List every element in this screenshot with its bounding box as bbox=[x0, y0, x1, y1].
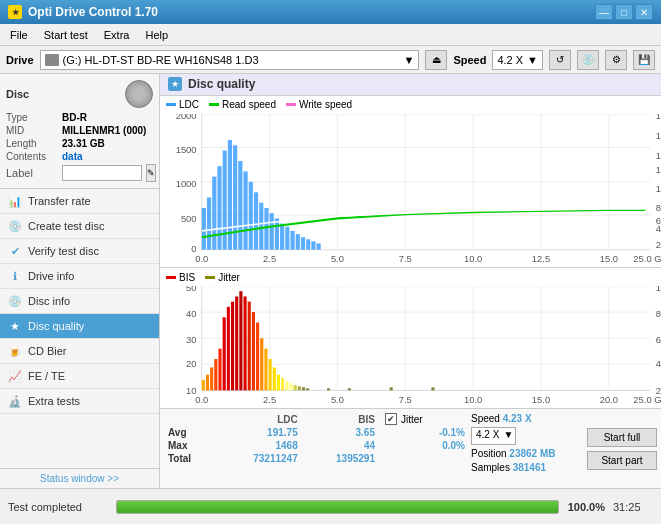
speed-label: Speed bbox=[471, 413, 500, 424]
avg-jitter: -0.1% bbox=[385, 427, 465, 438]
sidebar-item-transfer-rate[interactable]: 📊 Transfer rate bbox=[0, 189, 159, 214]
start-part-button[interactable]: Start part bbox=[587, 451, 657, 470]
contents-value: data bbox=[62, 151, 83, 162]
drive-icon bbox=[45, 54, 59, 66]
svg-rect-110 bbox=[298, 386, 301, 390]
label-input[interactable] bbox=[62, 165, 142, 181]
nav-label-transfer-rate: Transfer rate bbox=[28, 195, 91, 207]
svg-rect-41 bbox=[238, 161, 242, 250]
menu-extra[interactable]: Extra bbox=[98, 27, 136, 43]
svg-rect-35 bbox=[207, 197, 211, 249]
start-full-button[interactable]: Start full bbox=[587, 428, 657, 447]
label-edit-button[interactable]: ✎ bbox=[146, 164, 156, 182]
status-window-button[interactable]: Status window >> bbox=[0, 468, 159, 488]
legend-read-speed-dot bbox=[209, 103, 219, 106]
speed-position-column: Speed 4.23 X 4.2 X ▼ Position 23862 MB S… bbox=[471, 413, 581, 484]
charts-container: LDC Read speed Write speed bbox=[160, 96, 661, 408]
speed-label: Speed bbox=[453, 54, 486, 66]
legend-jitter-dot bbox=[205, 276, 215, 279]
nav-label-extra-tests: Extra tests bbox=[28, 395, 80, 407]
svg-rect-103 bbox=[269, 359, 272, 390]
svg-rect-37 bbox=[217, 166, 221, 250]
svg-text:7.5: 7.5 bbox=[399, 253, 412, 264]
minimize-button[interactable]: — bbox=[595, 4, 613, 20]
speed-row: Speed 4.23 X bbox=[471, 413, 581, 424]
top-chart-legends: LDC Read speed Write speed bbox=[160, 96, 661, 114]
chevron-down-icon: ▼ bbox=[404, 54, 415, 66]
eject-button[interactable]: ⏏ bbox=[425, 50, 447, 70]
svg-rect-94 bbox=[231, 302, 234, 391]
svg-text:25.0 GB: 25.0 GB bbox=[633, 394, 661, 405]
sidebar-item-verify-test-disc[interactable]: ✔ Verify test disc bbox=[0, 239, 159, 264]
samples-label: Samples bbox=[471, 462, 510, 473]
drive-select[interactable]: (G:) HL-DT-ST BD-RE WH16NS48 1.D3 ▼ bbox=[40, 50, 420, 70]
legend-read-speed: Read speed bbox=[209, 99, 276, 110]
svg-text:5.0: 5.0 bbox=[331, 394, 344, 405]
settings-button[interactable]: ⚙ bbox=[605, 50, 627, 70]
sidebar-item-disc-info[interactable]: 💿 Disc info bbox=[0, 289, 159, 314]
sidebar: Disc Type BD-R MID MILLENMR1 (000) Lengt… bbox=[0, 74, 160, 488]
svg-rect-89 bbox=[210, 368, 213, 391]
label-label: Label bbox=[6, 167, 58, 179]
legend-jitter: Jitter bbox=[205, 272, 240, 283]
jitter-header-row: ✔ Jitter bbox=[385, 413, 465, 425]
svg-text:2.5: 2.5 bbox=[263, 394, 276, 405]
svg-rect-50 bbox=[285, 227, 289, 250]
svg-rect-48 bbox=[275, 218, 279, 249]
samples-value: 381461 bbox=[513, 462, 546, 473]
svg-text:20: 20 bbox=[186, 359, 196, 370]
svg-rect-108 bbox=[289, 383, 292, 390]
sidebar-item-disc-quality[interactable]: ★ Disc quality bbox=[0, 314, 159, 339]
svg-text:0.0: 0.0 bbox=[195, 394, 208, 405]
menu-file[interactable]: File bbox=[4, 27, 34, 43]
menu-help[interactable]: Help bbox=[139, 27, 174, 43]
legend-read-speed-label: Read speed bbox=[222, 99, 276, 110]
svg-text:10.0: 10.0 bbox=[464, 253, 482, 264]
disc-quality-icon: ★ bbox=[8, 319, 22, 333]
svg-text:50: 50 bbox=[186, 286, 196, 293]
refresh-button[interactable]: ↺ bbox=[549, 50, 571, 70]
disc-button[interactable]: 💿 bbox=[577, 50, 599, 70]
maximize-button[interactable]: □ bbox=[615, 4, 633, 20]
svg-rect-42 bbox=[244, 171, 248, 249]
drive-info-icon: ℹ bbox=[8, 269, 22, 283]
svg-rect-109 bbox=[294, 385, 297, 390]
sidebar-item-fe-te[interactable]: 📈 FE / TE bbox=[0, 364, 159, 389]
stats-panel: LDC BIS Avg 191.75 3.65 Max 1468 bbox=[160, 408, 661, 488]
menu-start-test[interactable]: Start test bbox=[38, 27, 94, 43]
speed-select[interactable]: 4.2 X ▼ bbox=[492, 50, 543, 70]
svg-rect-99 bbox=[252, 312, 255, 390]
speed-select-dropdown[interactable]: 4.2 X ▼ bbox=[471, 427, 516, 445]
save-button[interactable]: 💾 bbox=[633, 50, 655, 70]
max-jitter: 0.0% bbox=[385, 440, 465, 451]
verify-test-disc-icon: ✔ bbox=[8, 244, 22, 258]
svg-rect-98 bbox=[248, 302, 251, 391]
svg-text:12.5: 12.5 bbox=[532, 253, 550, 264]
stats-max-row: Max 1468 44 bbox=[164, 439, 379, 452]
create-test-disc-icon: 💿 bbox=[8, 219, 22, 233]
progress-percentage: 100.0% bbox=[567, 501, 605, 513]
sidebar-item-drive-info[interactable]: ℹ Drive info bbox=[0, 264, 159, 289]
fe-te-icon: 📈 bbox=[8, 369, 22, 383]
svg-rect-55 bbox=[311, 241, 315, 249]
svg-rect-107 bbox=[285, 381, 288, 390]
sidebar-item-create-test-disc[interactable]: 💿 Create test disc bbox=[0, 214, 159, 239]
legend-bis: BIS bbox=[166, 272, 195, 283]
sidebar-item-extra-tests[interactable]: 🔬 Extra tests bbox=[0, 389, 159, 414]
disc-section-title: Disc bbox=[6, 88, 29, 100]
stats-table: LDC BIS Avg 191.75 3.65 Max 1468 bbox=[164, 413, 379, 465]
jitter-checkbox[interactable]: ✔ bbox=[385, 413, 397, 425]
legend-jitter-label: Jitter bbox=[218, 272, 240, 283]
svg-rect-114 bbox=[348, 389, 351, 391]
svg-rect-49 bbox=[280, 224, 284, 250]
svg-rect-51 bbox=[290, 231, 294, 250]
svg-text:15.0: 15.0 bbox=[532, 394, 550, 405]
chart-header: ★ Disc quality bbox=[160, 74, 661, 96]
legend-write-speed-label: Write speed bbox=[299, 99, 352, 110]
bottom-chart: BIS Jitter bbox=[160, 268, 661, 408]
title-bar-left: ★ Opti Drive Control 1.70 bbox=[8, 5, 158, 19]
elapsed-time: 31:25 bbox=[613, 501, 653, 513]
sidebar-item-cd-bier[interactable]: 🍺 CD Bier bbox=[0, 339, 159, 364]
close-button[interactable]: ✕ bbox=[635, 4, 653, 20]
position-value: 23862 MB bbox=[509, 448, 555, 459]
